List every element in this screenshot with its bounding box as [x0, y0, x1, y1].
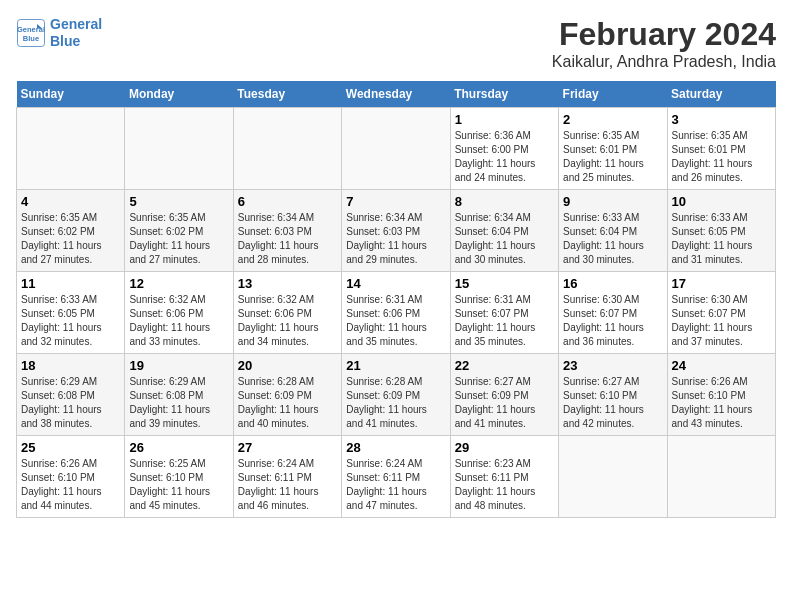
day-info: Sunrise: 6:28 AM Sunset: 6:09 PM Dayligh…	[346, 375, 445, 431]
day-info: Sunrise: 6:35 AM Sunset: 6:02 PM Dayligh…	[129, 211, 228, 267]
day-info: Sunrise: 6:35 AM Sunset: 6:01 PM Dayligh…	[672, 129, 771, 185]
logo-text2: Blue	[50, 33, 102, 50]
calendar-cell: 24Sunrise: 6:26 AM Sunset: 6:10 PM Dayli…	[667, 354, 775, 436]
sub-title: Kaikalur, Andhra Pradesh, India	[552, 53, 776, 71]
calendar-cell: 10Sunrise: 6:33 AM Sunset: 6:05 PM Dayli…	[667, 190, 775, 272]
calendar-cell: 16Sunrise: 6:30 AM Sunset: 6:07 PM Dayli…	[559, 272, 667, 354]
calendar-cell: 23Sunrise: 6:27 AM Sunset: 6:10 PM Dayli…	[559, 354, 667, 436]
calendar-cell	[342, 108, 450, 190]
calendar-cell: 19Sunrise: 6:29 AM Sunset: 6:08 PM Dayli…	[125, 354, 233, 436]
svg-text:General: General	[17, 24, 45, 33]
calendar-cell: 13Sunrise: 6:32 AM Sunset: 6:06 PM Dayli…	[233, 272, 341, 354]
calendar-week-row: 11Sunrise: 6:33 AM Sunset: 6:05 PM Dayli…	[17, 272, 776, 354]
weekday-header: Friday	[559, 81, 667, 108]
calendar-cell: 17Sunrise: 6:30 AM Sunset: 6:07 PM Dayli…	[667, 272, 775, 354]
day-info: Sunrise: 6:32 AM Sunset: 6:06 PM Dayligh…	[238, 293, 337, 349]
day-info: Sunrise: 6:31 AM Sunset: 6:07 PM Dayligh…	[455, 293, 554, 349]
day-info: Sunrise: 6:30 AM Sunset: 6:07 PM Dayligh…	[672, 293, 771, 349]
day-number: 25	[21, 440, 120, 455]
calendar-header: SundayMondayTuesdayWednesdayThursdayFrid…	[17, 81, 776, 108]
day-info: Sunrise: 6:24 AM Sunset: 6:11 PM Dayligh…	[238, 457, 337, 513]
day-number: 13	[238, 276, 337, 291]
calendar-cell: 3Sunrise: 6:35 AM Sunset: 6:01 PM Daylig…	[667, 108, 775, 190]
day-info: Sunrise: 6:26 AM Sunset: 6:10 PM Dayligh…	[21, 457, 120, 513]
day-number: 7	[346, 194, 445, 209]
day-info: Sunrise: 6:24 AM Sunset: 6:11 PM Dayligh…	[346, 457, 445, 513]
calendar-cell: 9Sunrise: 6:33 AM Sunset: 6:04 PM Daylig…	[559, 190, 667, 272]
calendar-cell: 29Sunrise: 6:23 AM Sunset: 6:11 PM Dayli…	[450, 436, 558, 518]
day-info: Sunrise: 6:34 AM Sunset: 6:03 PM Dayligh…	[238, 211, 337, 267]
weekday-header: Sunday	[17, 81, 125, 108]
day-number: 9	[563, 194, 662, 209]
day-info: Sunrise: 6:34 AM Sunset: 6:04 PM Dayligh…	[455, 211, 554, 267]
calendar-cell: 14Sunrise: 6:31 AM Sunset: 6:06 PM Dayli…	[342, 272, 450, 354]
calendar-cell	[667, 436, 775, 518]
header-row: SundayMondayTuesdayWednesdayThursdayFrid…	[17, 81, 776, 108]
weekday-header: Monday	[125, 81, 233, 108]
day-info: Sunrise: 6:35 AM Sunset: 6:02 PM Dayligh…	[21, 211, 120, 267]
day-number: 3	[672, 112, 771, 127]
day-number: 21	[346, 358, 445, 373]
day-info: Sunrise: 6:26 AM Sunset: 6:10 PM Dayligh…	[672, 375, 771, 431]
day-number: 28	[346, 440, 445, 455]
logo-text: General	[50, 16, 102, 33]
day-info: Sunrise: 6:32 AM Sunset: 6:06 PM Dayligh…	[129, 293, 228, 349]
calendar-cell: 28Sunrise: 6:24 AM Sunset: 6:11 PM Dayli…	[342, 436, 450, 518]
day-info: Sunrise: 6:30 AM Sunset: 6:07 PM Dayligh…	[563, 293, 662, 349]
day-info: Sunrise: 6:31 AM Sunset: 6:06 PM Dayligh…	[346, 293, 445, 349]
page-header: General Blue General Blue February 2024 …	[16, 16, 776, 71]
calendar-cell: 7Sunrise: 6:34 AM Sunset: 6:03 PM Daylig…	[342, 190, 450, 272]
calendar-cell: 8Sunrise: 6:34 AM Sunset: 6:04 PM Daylig…	[450, 190, 558, 272]
day-number: 29	[455, 440, 554, 455]
calendar-cell	[125, 108, 233, 190]
svg-text:Blue: Blue	[23, 33, 39, 42]
calendar-week-row: 25Sunrise: 6:26 AM Sunset: 6:10 PM Dayli…	[17, 436, 776, 518]
main-title: February 2024	[552, 16, 776, 53]
day-number: 16	[563, 276, 662, 291]
calendar-cell	[233, 108, 341, 190]
day-number: 18	[21, 358, 120, 373]
day-info: Sunrise: 6:25 AM Sunset: 6:10 PM Dayligh…	[129, 457, 228, 513]
calendar-cell: 18Sunrise: 6:29 AM Sunset: 6:08 PM Dayli…	[17, 354, 125, 436]
calendar-week-row: 1Sunrise: 6:36 AM Sunset: 6:00 PM Daylig…	[17, 108, 776, 190]
day-number: 6	[238, 194, 337, 209]
logo-icon: General Blue	[16, 18, 46, 48]
day-number: 23	[563, 358, 662, 373]
day-info: Sunrise: 6:33 AM Sunset: 6:05 PM Dayligh…	[21, 293, 120, 349]
calendar-body: 1Sunrise: 6:36 AM Sunset: 6:00 PM Daylig…	[17, 108, 776, 518]
calendar-cell: 22Sunrise: 6:27 AM Sunset: 6:09 PM Dayli…	[450, 354, 558, 436]
weekday-header: Wednesday	[342, 81, 450, 108]
calendar-cell: 2Sunrise: 6:35 AM Sunset: 6:01 PM Daylig…	[559, 108, 667, 190]
calendar-cell: 1Sunrise: 6:36 AM Sunset: 6:00 PM Daylig…	[450, 108, 558, 190]
day-number: 22	[455, 358, 554, 373]
calendar-cell	[559, 436, 667, 518]
calendar-week-row: 4Sunrise: 6:35 AM Sunset: 6:02 PM Daylig…	[17, 190, 776, 272]
day-number: 2	[563, 112, 662, 127]
weekday-header: Saturday	[667, 81, 775, 108]
day-info: Sunrise: 6:27 AM Sunset: 6:10 PM Dayligh…	[563, 375, 662, 431]
calendar-cell: 20Sunrise: 6:28 AM Sunset: 6:09 PM Dayli…	[233, 354, 341, 436]
day-info: Sunrise: 6:36 AM Sunset: 6:00 PM Dayligh…	[455, 129, 554, 185]
day-info: Sunrise: 6:23 AM Sunset: 6:11 PM Dayligh…	[455, 457, 554, 513]
weekday-header: Tuesday	[233, 81, 341, 108]
day-number: 5	[129, 194, 228, 209]
day-info: Sunrise: 6:33 AM Sunset: 6:05 PM Dayligh…	[672, 211, 771, 267]
calendar-cell: 4Sunrise: 6:35 AM Sunset: 6:02 PM Daylig…	[17, 190, 125, 272]
day-info: Sunrise: 6:28 AM Sunset: 6:09 PM Dayligh…	[238, 375, 337, 431]
day-number: 26	[129, 440, 228, 455]
calendar-cell: 11Sunrise: 6:33 AM Sunset: 6:05 PM Dayli…	[17, 272, 125, 354]
calendar-cell	[17, 108, 125, 190]
day-number: 10	[672, 194, 771, 209]
calendar-cell: 15Sunrise: 6:31 AM Sunset: 6:07 PM Dayli…	[450, 272, 558, 354]
day-number: 20	[238, 358, 337, 373]
day-number: 27	[238, 440, 337, 455]
day-info: Sunrise: 6:33 AM Sunset: 6:04 PM Dayligh…	[563, 211, 662, 267]
calendar-cell: 27Sunrise: 6:24 AM Sunset: 6:11 PM Dayli…	[233, 436, 341, 518]
calendar-cell: 25Sunrise: 6:26 AM Sunset: 6:10 PM Dayli…	[17, 436, 125, 518]
day-number: 24	[672, 358, 771, 373]
day-info: Sunrise: 6:35 AM Sunset: 6:01 PM Dayligh…	[563, 129, 662, 185]
calendar-cell: 5Sunrise: 6:35 AM Sunset: 6:02 PM Daylig…	[125, 190, 233, 272]
weekday-header: Thursday	[450, 81, 558, 108]
day-number: 17	[672, 276, 771, 291]
day-info: Sunrise: 6:29 AM Sunset: 6:08 PM Dayligh…	[21, 375, 120, 431]
